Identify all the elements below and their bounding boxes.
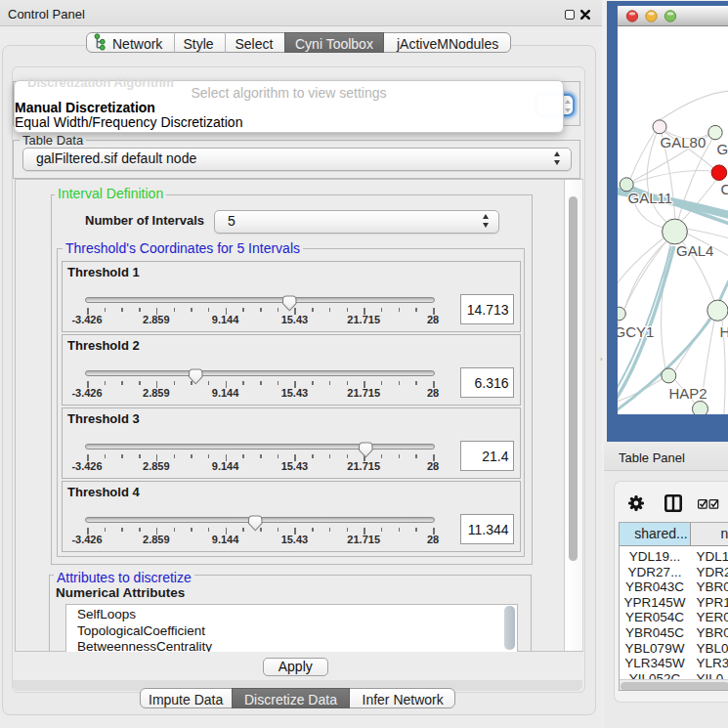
svg-text:H: H: [720, 323, 728, 340]
svg-text:GAL80: GAL80: [661, 134, 707, 150]
svg-text:GAL11: GAL11: [628, 190, 673, 206]
svg-text:GCY1: GCY1: [618, 323, 654, 340]
svg-text:HAP2: HAP2: [669, 385, 707, 402]
svg-text:C: C: [721, 181, 728, 197]
svg-text:GA: GA: [717, 141, 728, 157]
svg-text:GAL4: GAL4: [676, 242, 713, 259]
